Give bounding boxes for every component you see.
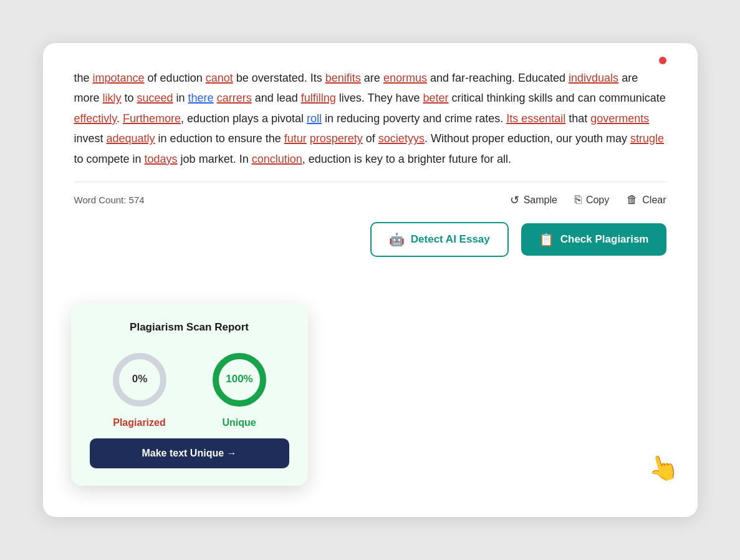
main-card: the impotance of eduction canot be overs… (43, 43, 698, 517)
text-normal: and far-reaching. Educated (427, 72, 569, 84)
text-normal: be overstated. Its (233, 72, 325, 84)
text-normal: , eduction plays a pivotal (181, 112, 307, 125)
plagiarized-percent-text: 0% (132, 373, 147, 385)
check-plagiarism-button[interactable]: 📋 Check Plagiarism (521, 223, 666, 256)
plagiarism-report-card: Plagiarism Scan Report 0% Plagiarized 10… (71, 304, 308, 486)
text-normal: . Without proper eduction, our youth may (425, 132, 630, 145)
word-count: Word Count: 574 (74, 195, 145, 205)
text-normal: of (363, 132, 378, 145)
text-normal: are (361, 72, 383, 84)
unique-percent-text: 100% (226, 373, 252, 385)
clear-button[interactable]: 🗑 Clear (627, 193, 666, 206)
detect-ai-button[interactable]: 🤖 Detect AI Essay (370, 222, 509, 257)
unique-circle-wrap: 100% Unique (208, 349, 271, 428)
unique-circle-svg: 100% (208, 349, 271, 411)
toolbar-actions: ↺ Sample ⎘ Copy 🗑 Clear (510, 193, 666, 207)
misspelled-word: effectivly (74, 112, 117, 125)
make-unique-button[interactable]: Make text Unique → (90, 438, 289, 468)
misspelled-word: conclution (252, 153, 302, 165)
trash-icon: 🗑 (627, 193, 638, 206)
misspelled-word: carrers (217, 92, 252, 104)
bottom-toolbar: Word Count: 574 ↺ Sample ⎘ Copy 🗑 Clear (74, 181, 666, 207)
text-normal: . (117, 112, 123, 125)
misspelled-word: suceed (137, 92, 173, 104)
text-normal: that (565, 112, 590, 125)
misspelled-word: benifits (325, 72, 361, 84)
grammar-issue-word: roll (307, 112, 322, 125)
document-icon: 📋 (539, 232, 554, 247)
plagiarism-circles-row: 0% Plagiarized 100% Unique (90, 349, 289, 428)
misspelled-word: indivduals (569, 72, 618, 84)
red-dot-indicator (659, 57, 666, 64)
text-normal: the (74, 72, 93, 84)
text-normal: in eduction to ensure the (155, 132, 284, 145)
text-normal: to (122, 92, 137, 104)
sample-button[interactable]: ↺ Sample (510, 193, 557, 207)
text-normal: in reducing poverty and crime rates. (322, 112, 506, 125)
text-normal: of eduction (145, 72, 206, 84)
misspelled-word: enormus (383, 72, 427, 84)
misspelled-word: futur (284, 132, 307, 145)
plagiarized-circle-wrap: 0% Plagiarized (108, 349, 171, 428)
misspelled-word: prosperety (310, 132, 363, 145)
text-content-area: the impotance of eduction canot be overs… (74, 68, 666, 169)
text-normal: job market. In (178, 153, 252, 165)
text-normal: to compete in (74, 153, 145, 165)
plagiarized-circle-svg: 0% (108, 349, 171, 411)
misspelled-word: todays (145, 153, 178, 165)
plagiarized-label: Plagiarized (113, 417, 165, 428)
action-buttons-row: 🤖 Detect AI Essay 📋 Check Plagiarism (74, 222, 666, 257)
grammar-issue-word: there (188, 92, 214, 104)
text-normal: in (173, 92, 188, 104)
misspelled-word: Furthemore (123, 112, 181, 125)
cursor-hand: 👆 (644, 450, 681, 486)
unique-label: Unique (222, 417, 256, 428)
text-normal: critical thinking skills and can communi… (449, 92, 666, 104)
plagiarism-report-title: Plagiarism Scan Report (90, 321, 289, 334)
misspelled-word: societyys (378, 132, 425, 145)
robot-icon: 🤖 (389, 232, 405, 247)
misspelled-word: fulfillng (301, 92, 336, 104)
refresh-icon: ↺ (510, 193, 519, 207)
misspelled-word: impotance (93, 72, 145, 84)
text-normal: , eduction is key to a brighter future f… (302, 153, 511, 165)
misspelled-word: adequatly (107, 132, 155, 145)
text-normal: invest (74, 132, 107, 145)
misspelled-word: Its essentail (506, 112, 565, 125)
text-normal: and lead (252, 92, 301, 104)
text-normal: lives. They have (336, 92, 423, 104)
copy-icon: ⎘ (575, 193, 582, 206)
misspelled-word: canot (206, 72, 233, 84)
copy-button[interactable]: ⎘ Copy (575, 193, 609, 206)
misspelled-word: likly (103, 92, 122, 104)
misspelled-word: beter (423, 92, 449, 104)
misspelled-word: strugle (630, 132, 664, 145)
misspelled-word: goverments (590, 112, 649, 125)
